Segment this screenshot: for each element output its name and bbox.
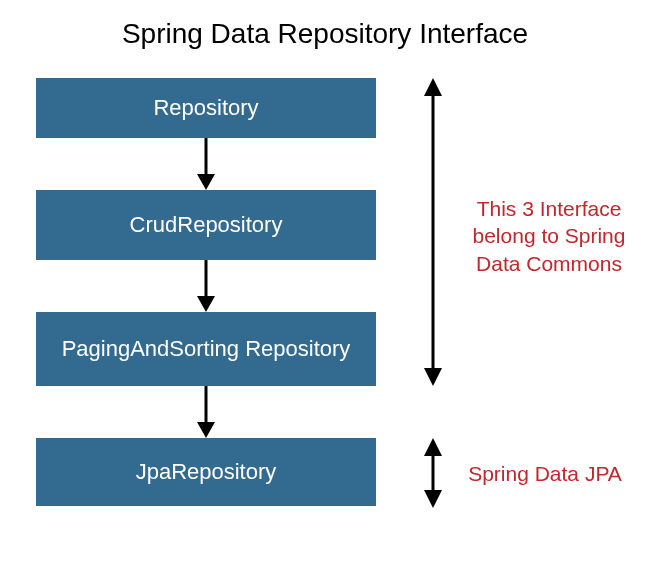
- box-jpa-repository-label: JpaRepository: [136, 459, 277, 484]
- box-repository: Repository: [36, 78, 376, 138]
- box-paging-sorting-repository: PagingAndSorting Repository: [36, 312, 376, 386]
- annotation-commons-text: This 3 Interface belong to Spring Data C…: [473, 197, 626, 275]
- annotation-jpa-text: Spring Data JPA: [468, 462, 622, 485]
- svg-marker-3: [197, 296, 215, 312]
- arrow-down-icon: [191, 386, 221, 438]
- svg-marker-8: [424, 368, 442, 386]
- arrow-1-gap: [36, 138, 376, 190]
- arrow-2-gap: [36, 260, 376, 312]
- arrow-down-icon: [191, 260, 221, 312]
- hierarchy-column: Repository CrudRepository PagingAndSorti…: [36, 78, 376, 506]
- svg-marker-1: [197, 174, 215, 190]
- svg-marker-10: [424, 438, 442, 456]
- annotation-jpa: Spring Data JPA: [460, 460, 630, 487]
- svg-marker-7: [424, 78, 442, 96]
- arrow-3-gap: [36, 386, 376, 438]
- box-crud-repository: CrudRepository: [36, 190, 376, 260]
- bracket-commons-icon: [418, 78, 448, 386]
- diagram-title: Spring Data Repository Interface: [0, 18, 650, 50]
- box-repository-label: Repository: [153, 95, 258, 120]
- box-jpa-repository: JpaRepository: [36, 438, 376, 506]
- box-paging-sorting-repository-label: PagingAndSorting Repository: [62, 336, 351, 361]
- box-crud-repository-label: CrudRepository: [130, 212, 283, 237]
- svg-marker-5: [197, 422, 215, 438]
- bracket-jpa-icon: [418, 438, 448, 508]
- arrow-down-icon: [191, 138, 221, 190]
- annotation-commons: This 3 Interface belong to Spring Data C…: [460, 195, 638, 277]
- svg-marker-11: [424, 490, 442, 508]
